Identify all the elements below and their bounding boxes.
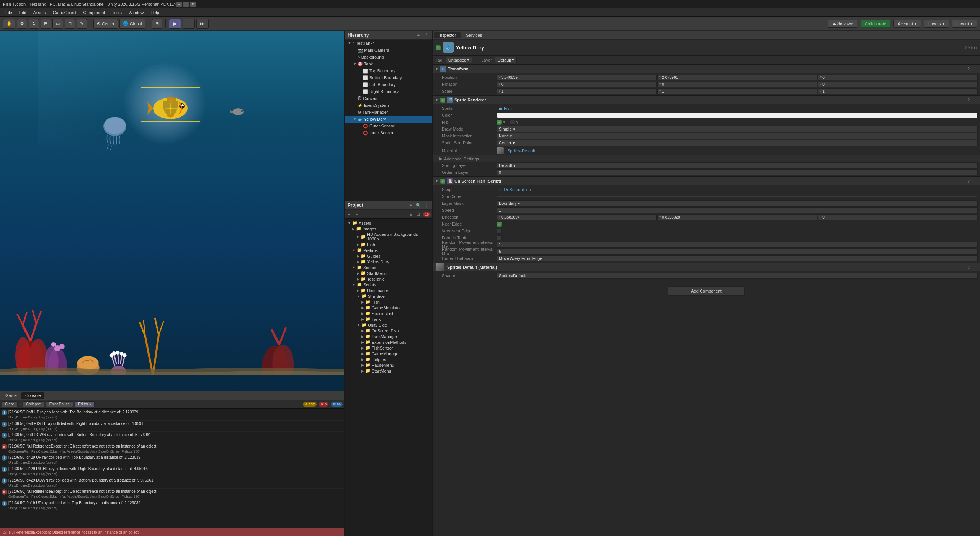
project-search-btn[interactable]: 🔍 xyxy=(415,202,421,208)
console-tab[interactable]: Console xyxy=(21,392,44,399)
log-entry[interactable]: ℹ[21:36:50] d429 DOWN ray collided with:… xyxy=(0,477,344,489)
on-screen-fish-header[interactable]: ▼ ✓ 📜 On Screen Fish (Script) ? ⋮ xyxy=(433,177,980,185)
move-tool-btn[interactable]: ✥ xyxy=(17,19,27,29)
transform-tool-btn[interactable]: ⊡ xyxy=(65,19,75,29)
project-folder-startmenu[interactable]: ▶📁StartMenu xyxy=(345,270,432,276)
speed-field[interactable]: 1 xyxy=(497,207,978,213)
sorting-layer-dropdown[interactable]: Default ▾ xyxy=(497,162,978,169)
hierarchy-item-right-boundary[interactable]: ⬜ Right Boundary xyxy=(345,88,432,95)
services-tab[interactable]: Services xyxy=(461,32,487,38)
transform-info-btn[interactable]: ? xyxy=(966,66,971,72)
add-component-btn[interactable]: Add Component xyxy=(668,286,745,296)
menu-component[interactable]: Component xyxy=(80,10,108,16)
hierarchy-item-tank[interactable]: ▼🎯 Tank xyxy=(345,60,432,67)
project-add-btn[interactable]: + xyxy=(408,202,414,208)
flip-y-checkbox[interactable] xyxy=(510,120,515,125)
aquarium-viewport[interactable] xyxy=(0,31,344,391)
rotation-z-field[interactable]: Z 0 xyxy=(818,82,978,87)
step-btn[interactable]: ⏭ xyxy=(196,19,209,29)
near-edge-checkbox[interactable]: ✓ xyxy=(497,222,502,227)
menu-window[interactable]: Window xyxy=(126,10,147,16)
script-value[interactable]: ☰ OnScreenFish xyxy=(497,186,978,193)
inspector-tab[interactable]: Inspector xyxy=(434,32,461,38)
project-folder-scripts[interactable]: ▼📁Scripts xyxy=(345,282,432,288)
food-in-tank-checkbox[interactable] xyxy=(497,235,502,240)
layer-mask-dropdown[interactable]: Boundary ▾ xyxy=(497,200,978,207)
material-header[interactable]: Sprites-Default (Material) ? ⋮ xyxy=(433,263,980,271)
direction-y-field[interactable]: Y 0.8296328 xyxy=(657,214,817,220)
project-folder-testtank[interactable]: ▶📁TestTank xyxy=(345,276,432,282)
project-folder-tank[interactable]: ▶📁Tank xyxy=(345,316,432,322)
project-view-btn[interactable]: ≡ xyxy=(408,211,414,217)
log-entry[interactable]: ℹ[21:36:50] 0aff UP ray collided with: T… xyxy=(0,409,344,421)
play-btn[interactable]: ▶ xyxy=(169,19,181,29)
on-screen-fish-checkbox[interactable]: ✓ xyxy=(440,179,445,184)
project-folder-yellow-dory[interactable]: ▶📁Yellow Dory xyxy=(345,259,432,265)
scale-x-field[interactable]: X 1 xyxy=(497,88,657,94)
hierarchy-item-testtank*[interactable]: ▼○ TestTank* xyxy=(345,40,432,47)
project-folder-tankmanager[interactable]: ▶📁TankManager xyxy=(345,333,432,339)
project-folder-pausemenu[interactable]: ▶📁PauseMenu xyxy=(345,362,432,368)
project-folder-guides[interactable]: ▶📁Guides xyxy=(345,253,432,259)
material-info-btn[interactable]: ? xyxy=(966,265,971,270)
collapse-btn[interactable]: Collapse xyxy=(23,401,44,407)
on-screen-fish-info-btn[interactable]: ? xyxy=(966,178,971,184)
additional-settings-header[interactable]: ▶ Additional Settings xyxy=(433,155,980,162)
project-folder-onscreenfish[interactable]: ▶📁OnScreenFish xyxy=(345,328,432,333)
menu-assets[interactable]: Assets xyxy=(30,10,49,16)
global-btn[interactable]: 🌐 Global xyxy=(119,19,145,29)
rand-min-field[interactable]: 1 xyxy=(497,242,978,248)
flip-x-checkbox[interactable]: ✓ xyxy=(497,120,502,125)
mask-interaction-dropdown[interactable]: None ▾ xyxy=(497,133,978,139)
log-entry[interactable]: ℹ[21:36:50] 0aff RIGHT ray collided with… xyxy=(0,421,344,432)
project-folder-fish[interactable]: ▶📁Fish xyxy=(345,242,432,247)
layers-btn[interactable]: Layers ▾ xyxy=(924,20,949,28)
project-folder-startmenu[interactable]: ▶📁StartMenu xyxy=(345,368,432,374)
project-folder-scenes[interactable]: ▼📁Scenes xyxy=(345,265,432,270)
sprite-renderer-checkbox[interactable]: ✓ xyxy=(440,98,445,103)
rotation-x-field[interactable]: X 0 xyxy=(497,82,657,87)
project-fwd-btn[interactable]: ▸ xyxy=(354,211,360,217)
project-folder-dictionaries[interactable]: ▶📁Dictionaries xyxy=(345,288,432,293)
game-tab[interactable]: Game xyxy=(2,392,21,399)
project-folder-fish[interactable]: ▶📁Fish xyxy=(345,299,432,305)
project-folder-sim-side[interactable]: ▼📁Sim Side xyxy=(345,293,432,299)
hand-tool-btn[interactable]: ✋ xyxy=(3,19,15,29)
menu-edit[interactable]: Edit xyxy=(16,10,29,16)
hierarchy-item-background[interactable]: ○ Background xyxy=(345,54,432,60)
collaborate-btn[interactable]: Collaborate xyxy=(861,20,890,28)
log-entry[interactable]: ℹ[21:36:50] d429 UP ray collided with: T… xyxy=(0,454,344,466)
center-btn[interactable]: ⊙ Center xyxy=(93,19,118,29)
menu-tools[interactable]: Tools xyxy=(109,10,125,16)
project-icon-btn[interactable]: ⊞ xyxy=(415,211,421,217)
tag-dropdown[interactable]: Untagged ▾ xyxy=(446,57,472,63)
direction-z-field[interactable]: Z 0 xyxy=(818,214,978,220)
sim-clone-field[interactable] xyxy=(497,196,978,197)
project-menu-btn[interactable]: ⋮ xyxy=(423,202,429,208)
rect-tool-btn[interactable]: ▭ xyxy=(52,19,63,29)
maximize-btn[interactable]: □ xyxy=(183,2,189,7)
custom-tool-btn[interactable]: ✎ xyxy=(77,19,87,29)
menu-file[interactable]: File xyxy=(2,10,15,16)
position-z-field[interactable]: Z 0 xyxy=(818,75,978,80)
log-entry[interactable]: ✖[21:36:50] NullReferenceException: Obje… xyxy=(0,443,344,455)
rotate-tool-btn[interactable]: ↻ xyxy=(29,19,39,29)
hierarchy-item-canvas[interactable]: 🖼 Canvas xyxy=(345,95,432,102)
project-folder-fishsensor[interactable]: ▶📁FishSensor xyxy=(345,345,432,351)
hierarchy-item-inner-sensor[interactable]: ⭕ Inner Sensor xyxy=(345,129,432,136)
menu-help[interactable]: Help xyxy=(147,10,162,16)
scale-z-field[interactable]: Z 1 xyxy=(818,88,978,94)
hierarchy-item-main-camera[interactable]: 📷 Main Camera xyxy=(345,47,432,54)
shader-value[interactable]: Sprites/Default xyxy=(497,273,978,279)
services-btn[interactable]: ☁ Services xyxy=(828,20,858,28)
scale-y-field[interactable]: Y 1 xyxy=(657,88,817,94)
project-back-btn[interactable]: ◂ xyxy=(346,211,352,217)
transform-header[interactable]: ▼ ⊞ Transform ? ⋮ xyxy=(433,65,980,73)
hierarchy-item-bottom-boundary[interactable]: ⬜ Bottom Boundary xyxy=(345,74,432,81)
error-pause-btn[interactable]: Error Pause xyxy=(46,401,73,407)
account-btn[interactable]: Account ▾ xyxy=(893,20,921,28)
project-folder-extensionmethods[interactable]: ▶📁ExtensionMethods xyxy=(345,339,432,345)
direction-x-field[interactable]: X 0.5583094 xyxy=(497,214,657,220)
object-active-checkbox[interactable]: ✓ xyxy=(436,45,441,50)
material-value[interactable]: Sprites-Default xyxy=(505,148,978,154)
